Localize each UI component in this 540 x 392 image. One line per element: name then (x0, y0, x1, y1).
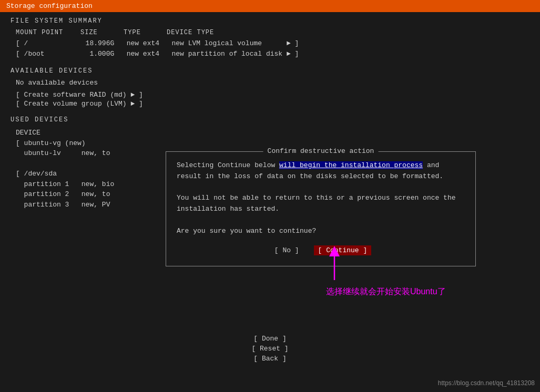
device-header-row: DEVICE (16, 128, 529, 138)
fs-row-root-text: [ / 18.996G new ext4 new LVM logical vol… (16, 38, 299, 49)
create-raid-action[interactable]: [ Create software RAID (md) ► ] (16, 91, 529, 99)
back-button[interactable]: [ Back ] (244, 354, 297, 363)
no-button[interactable]: [ No ] (270, 245, 303, 255)
fs-row-boot[interactable]: [ /boot 1.000G new ext4 new partition of… (16, 49, 529, 59)
available-devices-section: AVAILABLE DEVICES No available devices [… (11, 67, 529, 108)
fs-row-boot-text: [ /boot 1.000G new ext4 new partition of… (16, 49, 299, 59)
fs-table: MOUNT POINT SIZE TYPE DEVICE TYPE [ / 18… (16, 29, 529, 59)
dialog-buttons: [ No ] [ Continue ] (177, 245, 465, 255)
dialog-line7: Are you sure you want to continue? (177, 226, 465, 237)
watermark: https://blog.csdn.net/qq_41813208 (438, 379, 535, 387)
create-lvm-action[interactable]: [ Create volume group (LVM) ► ] (16, 100, 529, 108)
fs-columns: MOUNT POINT SIZE TYPE DEVICE TYPE (16, 29, 214, 36)
confirm-dialog: Confirm destructive action Selecting Con… (166, 151, 476, 266)
dialog-body: Selecting Continue below will begin the … (177, 160, 465, 237)
title-bar: Storage configuration (0, 0, 540, 12)
main-content: FILE SYSTEM SUMMARY MOUNT POINT SIZE TYP… (0, 12, 540, 220)
annotation-text: 选择继续就会开始安装Ubuntu了 (326, 286, 446, 297)
fs-table-header: MOUNT POINT SIZE TYPE DEVICE TYPE (16, 29, 529, 36)
title-label: Storage configuration (6, 2, 93, 10)
available-devices-header: AVAILABLE DEVICES (11, 67, 529, 75)
dialog-line1: Selecting Continue below will begin the … (177, 160, 465, 171)
reset-button[interactable]: [ Reset ] (244, 344, 297, 353)
fs-row-root[interactable]: [ / 18.996G new ext4 new LVM logical vol… (16, 38, 529, 49)
used-devices-header: USED DEVICES (11, 116, 529, 123)
bottom-buttons: [ Done ] [ Reset ] [ Back ] (244, 334, 297, 363)
dialog-line5: installation has started. (177, 204, 465, 215)
dialog-line1-post: and (423, 161, 439, 169)
arrow-icon (324, 246, 345, 283)
confirm-dialog-title: Confirm destructive action (263, 147, 379, 155)
fs-summary-header: FILE SYSTEM SUMMARY (11, 17, 529, 25)
no-devices-label: No available devices (16, 79, 529, 87)
done-button[interactable]: [ Done ] (244, 334, 297, 343)
dialog-highlight: will begin the installation process (279, 161, 423, 169)
dialog-line1-pre: Selecting Continue below (177, 161, 279, 169)
dialog-line2: result in the loss of data on the disks … (177, 171, 465, 182)
dialog-line4: You will not be able to return to this o… (177, 193, 465, 204)
